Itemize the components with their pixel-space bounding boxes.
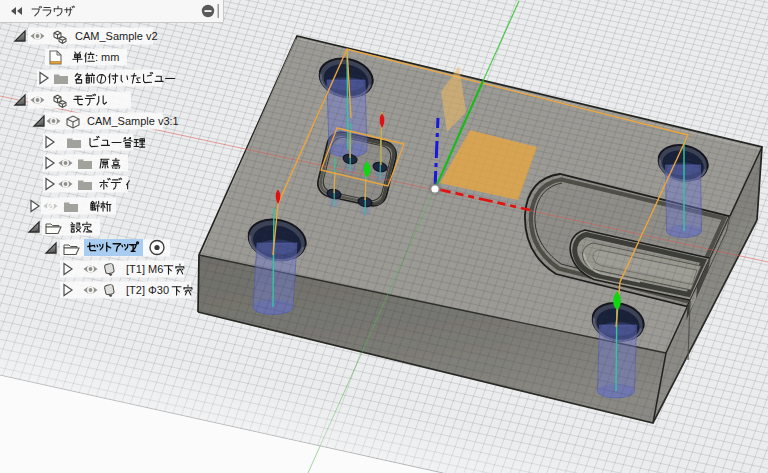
- svg-text:[T1] M6: [T1] M6: [126, 263, 163, 275]
- svg-text:: mm: : mm: [95, 51, 119, 63]
- svg-text:CAM_Sample v3:1: CAM_Sample v3:1: [87, 115, 179, 127]
- svg-text:[T2] Φ30: [T2] Φ30: [126, 284, 169, 296]
- svg-text:CAM_Sample v2: CAM_Sample v2: [75, 30, 158, 42]
- svg-text:1: 1: [130, 242, 136, 254]
